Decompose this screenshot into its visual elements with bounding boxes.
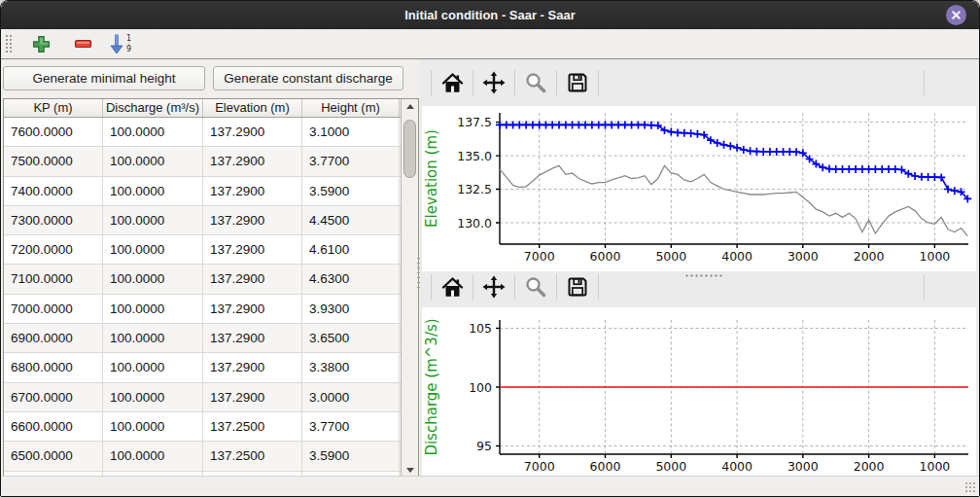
table-cell[interactable]: 7000.0000 (4, 295, 103, 323)
home-icon (440, 275, 465, 299)
resize-grip[interactable] (964, 481, 976, 493)
pan-button[interactable] (478, 68, 509, 97)
svg-text:7000: 7000 (524, 459, 555, 474)
table-cell[interactable]: 6500.0000 (4, 442, 103, 470)
sort-ascending-icon (110, 33, 125, 54)
table-cell[interactable]: 4.4500 (302, 206, 400, 234)
table-cell[interactable]: 7300.0000 (4, 206, 103, 234)
table-cell[interactable]: 100.0000 (103, 265, 203, 293)
table-cell[interactable]: 100.0000 (103, 383, 203, 411)
column-header[interactable]: Elevation (m) (203, 99, 302, 117)
table-row: 6900.0000100.0000137.29003.6500 (4, 324, 418, 353)
home-button[interactable] (437, 68, 468, 97)
table-cell[interactable]: 100.0000 (103, 353, 203, 381)
table-cell[interactable]: 3.3800 (302, 353, 400, 381)
table-cell[interactable]: 6700.0000 (4, 383, 103, 411)
table-cell[interactable]: 3.5900 (302, 442, 400, 470)
close-button[interactable] (946, 5, 966, 25)
elevation-chart[interactable]: 7000600050004000300020001000130.0132.513… (422, 106, 976, 271)
svg-text:137.5: 137.5 (457, 115, 492, 129)
table-cell[interactable]: 7600.0000 (4, 118, 103, 146)
table-cell[interactable]: 137.2900 (203, 324, 302, 352)
home-button[interactable] (437, 272, 468, 302)
save-icon (566, 71, 589, 94)
table-cell[interactable]: 7400.0000 (4, 177, 103, 205)
table-cell[interactable]: 100.0000 (103, 442, 203, 470)
remove-row-button[interactable] (69, 31, 98, 56)
titlebar[interactable]: Initial condition - Saar - Saar (1, 1, 979, 29)
initial-condition-table: KP (m)Discharge (m³/s)Elevation (m)Heigh… (3, 98, 419, 479)
table-cell[interactable]: 4.6300 (302, 265, 400, 293)
svg-text:6000: 6000 (590, 459, 621, 474)
elevation-figure-toolbar (426, 67, 604, 98)
arrow-down-icon (406, 468, 414, 473)
table-cell[interactable]: 137.2500 (203, 412, 302, 441)
table-cell[interactable]: 137.2900 (203, 295, 302, 323)
column-header[interactable]: KP (m) (4, 99, 103, 117)
table-cell[interactable]: 137.2900 (203, 235, 302, 264)
table-cell[interactable]: 137.2500 (203, 442, 302, 470)
table-cell[interactable]: 6800.0000 (4, 353, 103, 381)
table-cell[interactable]: 137.2900 (203, 118, 302, 146)
table-cell[interactable]: 100.0000 (103, 177, 203, 205)
zoom-icon (524, 275, 547, 299)
pan-icon (482, 275, 506, 299)
arrow-up-icon (406, 104, 414, 109)
table-cell[interactable]: 4.6100 (302, 235, 400, 264)
zoom-button[interactable] (520, 272, 551, 302)
save-button[interactable] (562, 68, 593, 97)
column-header[interactable]: Discharge (m³/s) (103, 99, 203, 117)
table-cell[interactable]: 3.6500 (302, 324, 400, 352)
table-cell[interactable]: 100.0000 (103, 295, 203, 323)
table-row: 7500.0000100.0000137.29003.7700 (4, 147, 418, 176)
svg-text:2000: 2000 (854, 459, 885, 474)
sort-rows-button[interactable]: 1 ⋮ 9 (110, 33, 132, 54)
column-header[interactable]: Height (m) (302, 99, 400, 117)
table-cell[interactable]: 100.0000 (103, 412, 203, 441)
generate-minimal-height-button[interactable]: Generate minimal height (3, 66, 205, 90)
table-cell[interactable]: 137.2900 (203, 147, 302, 175)
table-cell[interactable]: 3.9300 (302, 295, 400, 323)
svg-text:4000: 4000 (721, 249, 752, 264)
table-cell[interactable]: 100.0000 (103, 147, 203, 175)
add-row-button[interactable] (26, 31, 55, 56)
table-cell[interactable]: 137.2900 (203, 206, 302, 234)
table-cell[interactable]: 7500.0000 (4, 147, 103, 175)
table-row: 7200.0000100.0000137.29004.6100 (4, 235, 418, 265)
table-header-row: KP (m)Discharge (m³/s)Elevation (m)Heigh… (4, 99, 418, 118)
discharge-chart[interactable]: 700060005000400030002000100095100105Disc… (422, 307, 976, 478)
table-cell[interactable]: 3.7700 (302, 147, 400, 175)
sort-digit-last: 9 (126, 46, 132, 53)
pan-icon (482, 71, 506, 94)
svg-text:7000: 7000 (524, 249, 555, 264)
svg-text:Elevation (m): Elevation (m) (423, 129, 440, 228)
scroll-up-button[interactable] (402, 99, 418, 114)
svg-text:132.5: 132.5 (457, 182, 492, 196)
table-cell[interactable]: 137.2900 (203, 177, 302, 205)
table-cell[interactable]: 3.7700 (302, 412, 400, 441)
table-cell[interactable]: 7200.0000 (4, 235, 103, 264)
save-button[interactable] (562, 272, 593, 302)
table-cell[interactable]: 3.1000 (302, 118, 400, 146)
table-cell[interactable]: 100.0000 (103, 118, 203, 146)
table-body: 7600.0000100.0000137.29003.10007500.0000… (4, 118, 418, 479)
table-cell[interactable]: 100.0000 (103, 324, 203, 352)
zoom-button[interactable] (520, 68, 551, 97)
table-cell[interactable]: 6600.0000 (4, 412, 103, 441)
table-cell[interactable]: 3.0000 (302, 383, 400, 411)
generate-constant-discharge-button[interactable]: Generate constant discharge (213, 66, 403, 90)
pan-button[interactable] (478, 272, 509, 302)
table-cell[interactable]: 6900.0000 (4, 324, 103, 352)
table-cell[interactable]: 137.2900 (203, 383, 302, 411)
chart-splitter-handle[interactable] (684, 273, 723, 278)
table-cell[interactable]: 137.2900 (203, 265, 302, 293)
table-cell[interactable]: 100.0000 (103, 206, 203, 234)
toolbar-drag-handle[interactable] (5, 34, 13, 53)
table-cell[interactable]: 137.2900 (203, 353, 302, 381)
table-cell[interactable]: 3.5900 (302, 177, 400, 205)
scrollbar-thumb[interactable] (403, 120, 416, 178)
svg-text:135.0: 135.0 (457, 149, 492, 163)
svg-text:95: 95 (476, 439, 492, 453)
table-cell[interactable]: 7100.0000 (4, 265, 103, 293)
table-cell[interactable]: 100.0000 (103, 235, 203, 264)
